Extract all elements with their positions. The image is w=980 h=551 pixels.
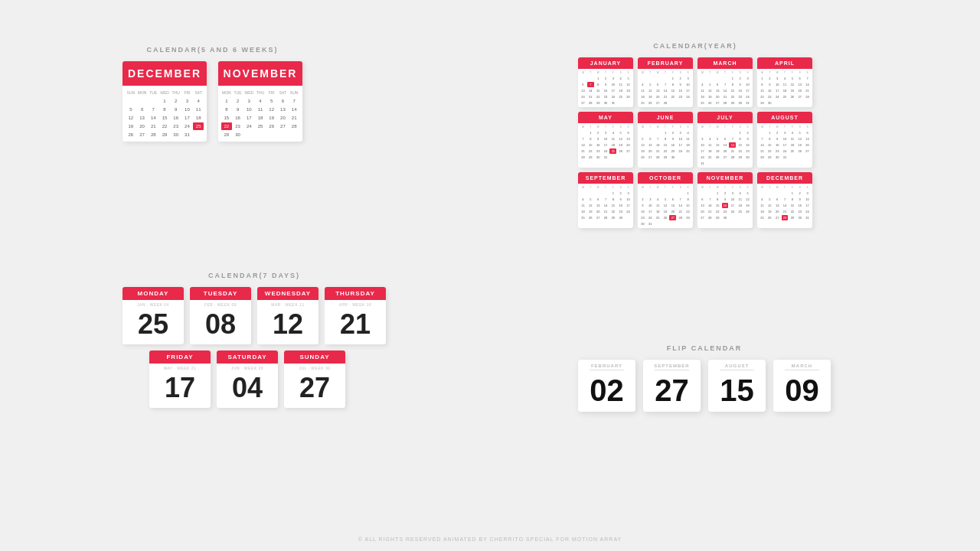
flip-march-month: MARCH — [773, 360, 831, 370]
flip-card-march: MARCH 09 — [773, 360, 831, 412]
thursday-number: 21 — [325, 308, 386, 344]
year-cal-march: MARCH MTWTFSS 123 45678910 1112131415161… — [697, 57, 753, 107]
year-cal-january: JANUARY MTWTFSS 12345 6789101112 1314151… — [578, 57, 633, 107]
day-header: WED — [159, 89, 170, 96]
day-card-saturday: SATURDAY JUN · WEEK 26 04 — [217, 350, 278, 408]
five-six-label: CALENDAR(5 AND 6 WEEKS) — [122, 46, 302, 54]
calendar-december: DECEMBER SUN MON TUE WED THU FRI SAT 1 2… — [122, 61, 207, 142]
year-cal-november: NOVEMBER MTWTFSS 12345 6789101112 131415… — [697, 172, 753, 228]
seven-days-label: CALENDAR(7 DAYS) — [122, 272, 386, 279]
sunday-meta: JUL · WEEK 30 — [284, 364, 345, 371]
days-row-1: MONDAY JAN · WEEK 04 25 TUESDAY FEB · WE… — [122, 287, 386, 344]
saturday-label: SATURDAY — [217, 350, 278, 364]
flip-september-number: 27 — [643, 372, 701, 412]
year-cal-october: OCTOBER MTWTFSS 1 2345678 9101112131415 … — [638, 172, 693, 228]
saturday-meta: JUN · WEEK 26 — [217, 364, 278, 371]
monday-meta: JAN · WEEK 04 — [122, 300, 184, 308]
year-cal-september: SEPTEMBER MTWTFSS 123 45678910 111213141… — [578, 172, 633, 228]
day-card-monday: MONDAY JAN · WEEK 04 25 — [122, 287, 184, 344]
tuesday-number: 08 — [190, 308, 251, 344]
day-card-tuesday: TUESDAY FEB · WEEK 06 08 — [190, 287, 251, 344]
year-cal-february: FEBRUARY MTWTFSS 123 45678910 1112131415… — [638, 57, 693, 107]
section-seven-days: CALENDAR(7 DAYS) MONDAY JAN · WEEK 04 25… — [122, 272, 386, 408]
monday-number: 25 — [122, 308, 184, 344]
days-row-2: FRIDAY MAY · WEEK 21 17 SATURDAY JUN · W… — [149, 350, 386, 408]
flip-label: FLIP CALENDAR — [578, 344, 831, 352]
year-cal-may: MAY MTWTFSS 123456 78910111213 141516171… — [578, 112, 633, 168]
saturday-number: 04 — [217, 371, 278, 408]
footer-text: © ALL RIGHTS RESERVED ANIMATED BY CHERRI… — [358, 536, 622, 542]
section-flip: FLIP CALENDAR FEBRUARY 02 SEPTEMBER 27 A… — [578, 344, 831, 412]
flip-september-month: SEPTEMBER — [643, 360, 701, 370]
november-header: NOVEMBER — [218, 61, 302, 86]
day-header: SUN — [126, 89, 136, 96]
sunday-number: 27 — [284, 371, 345, 408]
friday-label: FRIDAY — [149, 350, 211, 364]
year-cal-december: DECEMBER MTWTFSS 123 45678910 1112131415… — [757, 172, 812, 228]
monday-label: MONDAY — [122, 287, 184, 300]
section-five-six-weeks: CALENDAR(5 AND 6 WEEKS) DECEMBER SUN MON… — [122, 46, 302, 142]
year-cal-june: JUNE MTWTFSS 1234 567891011 121314151617… — [638, 112, 693, 168]
day-header: TUE — [148, 89, 158, 96]
day-card-sunday: SUNDAY JUL · WEEK 30 27 — [284, 350, 345, 408]
flip-february-number: 02 — [578, 372, 635, 412]
year-grid: JANUARY MTWTFSS 12345 6789101112 1314151… — [578, 57, 812, 228]
wednesday-label: WEDNESDAY — [257, 287, 318, 300]
year-label: CALENDAR(YEAR) — [578, 42, 812, 50]
december-header: DECEMBER — [122, 61, 207, 86]
year-cal-august: AUGUST MTWTFSS 123456 78910111213 141516… — [757, 112, 812, 168]
year-cal-july: JULY MTWTFSS 12 3456789 10111213141516 1… — [697, 112, 753, 168]
tuesday-meta: FEB · WEEK 06 — [190, 300, 251, 308]
sunday-label: SUNDAY — [284, 350, 345, 364]
footer: © ALL RIGHTS RESERVED ANIMATED BY CHERRI… — [0, 536, 980, 542]
wednesday-number: 12 — [257, 308, 318, 344]
flip-march-number: 09 — [773, 372, 831, 412]
flip-divider — [720, 370, 754, 370]
tuesday-label: TUESDAY — [190, 287, 251, 300]
friday-number: 17 — [149, 371, 211, 408]
day-header: FRI — [182, 89, 193, 96]
flip-card-february: FEBRUARY 02 — [578, 360, 635, 412]
day-card-friday: FRIDAY MAY · WEEK 21 17 — [149, 350, 211, 408]
friday-meta: MAY · WEEK 21 — [149, 364, 211, 371]
day-card-wednesday: WEDNESDAY MAR · WEEK 11 12 — [257, 287, 318, 344]
thursday-meta: APR · WEEK 16 — [325, 300, 386, 308]
day-header: SAT — [193, 89, 204, 96]
wednesday-meta: MAR · WEEK 11 — [257, 300, 318, 308]
day-header: THU — [171, 89, 181, 96]
flip-august-number: 15 — [708, 372, 766, 412]
flip-august-month: AUGUST — [708, 360, 766, 370]
flip-divider — [590, 370, 624, 370]
flip-divider — [785, 370, 819, 370]
flip-february-month: FEBRUARY — [578, 360, 635, 370]
flip-divider — [655, 370, 689, 370]
calendar-november: NOVEMBER MON TUE WED THU FRI SAT SUN 1 2… — [218, 61, 302, 142]
section-year: CALENDAR(YEAR) JANUARY MTWTFSS 12345 678… — [578, 42, 812, 228]
day-header: MON — [137, 89, 148, 96]
thursday-label: THURSDAY — [325, 287, 386, 300]
day-card-thursday: THURSDAY APR · WEEK 16 21 — [325, 287, 386, 344]
year-cal-april: APRIL MTWTFSS 1234567 891011121314 15161… — [757, 57, 812, 107]
flip-row: FEBRUARY 02 SEPTEMBER 27 AUGUST 15 MARCH… — [578, 360, 831, 412]
flip-card-september: SEPTEMBER 27 — [643, 360, 701, 412]
flip-card-august: AUGUST 15 — [708, 360, 766, 412]
